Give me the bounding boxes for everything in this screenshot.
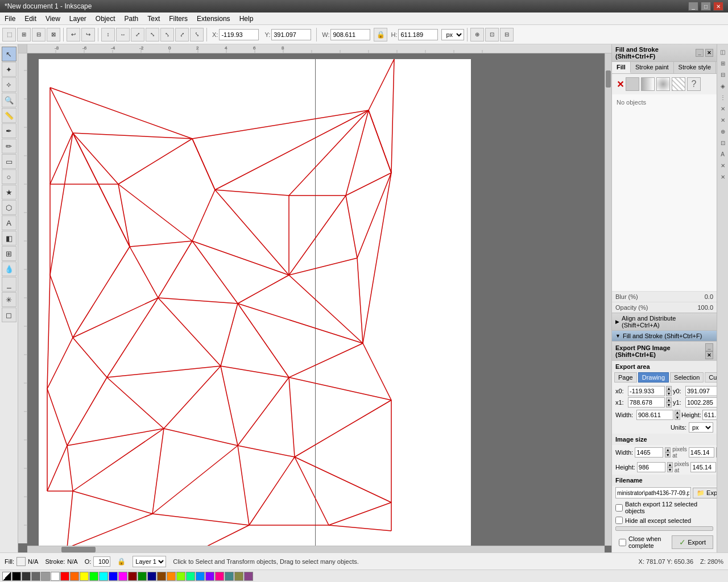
right-icon-7[interactable]: ✕ [718, 115, 728, 125]
connector-tool[interactable]: ⎯ [2, 277, 16, 292]
menu-extensions[interactable]: Extensions [192, 14, 235, 24]
x-input[interactable] [219, 29, 259, 40]
tab-stroke-style[interactable]: Stroke style [674, 62, 716, 73]
right-icon-5[interactable]: ⋮ [718, 92, 728, 102]
toolbar-btn-7[interactable]: ↕ [101, 28, 115, 41]
mesh-tool[interactable]: ⊞ [2, 246, 16, 261]
w-input[interactable] [330, 29, 370, 40]
img-height-down-btn[interactable]: ▼ [667, 467, 673, 472]
canvas-area[interactable]: -8 -6 -4 -2 0 2 4 6 8 [18, 44, 611, 552]
menu-file[interactable]: File [0, 14, 20, 24]
y1-input[interactable] [685, 397, 717, 408]
zoom-tool[interactable]: 🔍 [2, 93, 16, 107]
palette-red[interactable] [60, 572, 69, 581]
palette-olive[interactable] [234, 572, 243, 581]
ellipse-tool[interactable]: ○ [2, 169, 16, 184]
width-down-btn[interactable]: ▼ [675, 415, 680, 420]
right-icon-9[interactable]: ⊡ [718, 138, 728, 148]
width-input[interactable] [636, 410, 673, 420]
scrollbar-bottom[interactable] [27, 546, 605, 552]
hide-except-checkbox[interactable] [615, 517, 623, 524]
panel-collapse-btn[interactable]: _ [696, 49, 704, 57]
palette-violet[interactable] [205, 572, 214, 581]
palette-cyan[interactable] [99, 572, 108, 581]
x0-up-btn[interactable]: ▲ [666, 386, 672, 391]
menu-layer[interactable]: Layer [65, 14, 91, 24]
img-width-down-btn[interactable]: ▼ [665, 452, 671, 458]
menu-view[interactable]: View [41, 14, 65, 24]
fill-stroke-collapsed-header[interactable]: ▼ Fill and Stroke (Shift+Ctrl+F) [612, 331, 717, 341]
palette-black[interactable] [12, 572, 21, 581]
right-icon-1[interactable]: ◫ [718, 47, 728, 57]
palette-darkred[interactable] [128, 572, 137, 581]
eraser-tool[interactable]: ◻ [2, 307, 16, 322]
rect-tool[interactable]: ▭ [2, 154, 16, 169]
y-input[interactable] [271, 29, 311, 40]
toolbar-btn-10[interactable]: ⤡ [146, 28, 159, 41]
img-width-up-btn[interactable]: ▲ [665, 447, 671, 452]
palette-gold[interactable] [167, 572, 176, 581]
tab-fill[interactable]: Fill [612, 62, 631, 73]
palette-magenta[interactable] [118, 572, 127, 581]
dpi-width-input[interactable] [689, 447, 714, 458]
img-height-up-btn[interactable]: ▲ [667, 462, 673, 467]
units-select[interactable]: px mm cm [689, 422, 713, 433]
menu-filters[interactable]: Filters [164, 14, 192, 24]
toolbar-btn-2[interactable]: ⊞ [17, 28, 31, 41]
fill-radial-btn[interactable] [656, 77, 670, 91]
right-icon-2[interactable]: ⊞ [718, 58, 728, 68]
palette-white[interactable] [51, 572, 60, 581]
palette-blue[interactable] [109, 572, 118, 581]
toolbar-btn-1[interactable]: ⬚ [2, 28, 16, 41]
palette-orange[interactable] [70, 572, 79, 581]
scrollbar-right[interactable] [605, 53, 611, 546]
x1-input[interactable] [628, 397, 665, 408]
filename-input[interactable] [615, 487, 691, 498]
export-selection-btn[interactable]: Selection [670, 372, 704, 383]
right-icon-10[interactable]: A [718, 149, 728, 159]
pencil-tool[interactable]: ✏ [2, 139, 16, 153]
measure-tool[interactable]: 📏 [2, 108, 16, 123]
batch-export-checkbox[interactable] [615, 504, 623, 512]
h-input[interactable] [398, 29, 438, 40]
pen-tool[interactable]: ✒ [2, 123, 16, 138]
export-close-btn[interactable]: ✕ [705, 351, 713, 359]
x1-down-btn[interactable]: ▼ [666, 402, 672, 408]
scroll-thumb-right[interactable] [606, 70, 611, 88]
toolbar-btn-5[interactable]: ↩ [67, 28, 80, 41]
palette-skyblue[interactable] [196, 572, 205, 581]
dropper-tool[interactable]: 💧 [2, 261, 16, 276]
toolbar-btn-12[interactable]: ⤤ [175, 28, 189, 41]
dpi-height-input[interactable] [690, 462, 716, 472]
toolbar-btn-4[interactable]: ⊠ [47, 28, 60, 41]
right-icon-8[interactable]: ⊕ [718, 126, 728, 136]
toolbar-btn-9[interactable]: ⤢ [131, 28, 144, 41]
snap-btn1[interactable]: ⊡ [485, 28, 499, 41]
fill-none-btn[interactable]: ✕ [617, 79, 624, 90]
fill-flat-btn[interactable] [626, 77, 639, 91]
star-tool[interactable]: ★ [2, 185, 16, 199]
right-icon-12[interactable]: ✕ [718, 172, 728, 182]
layer-selector[interactable]: Layer 1 [133, 556, 166, 567]
toolbar-btn-3[interactable]: ⊟ [32, 28, 46, 41]
gradient-tool[interactable]: ◧ [2, 231, 16, 246]
menu-text[interactable]: Text [143, 14, 164, 24]
lock-aspect-btn[interactable]: 🔒 [374, 28, 387, 41]
palette-darkblue[interactable] [147, 572, 156, 581]
palette-darkgreen[interactable] [138, 572, 147, 581]
close-button[interactable]: ✕ [713, 2, 723, 11]
x1-up-btn[interactable]: ▲ [666, 397, 672, 402]
canvas-viewport[interactable] [27, 53, 605, 546]
toolbar-btn-11[interactable]: ⤣ [160, 28, 174, 41]
select-tool[interactable]: ↖ [2, 47, 16, 61]
menu-path[interactable]: Path [120, 14, 143, 24]
minimize-button[interactable]: _ [688, 2, 698, 11]
img-height-input[interactable] [637, 462, 665, 472]
palette-yellow[interactable] [80, 572, 89, 581]
align-distribute-header[interactable]: ▶ Align and Distribute (Shift+Ctrl+A) [612, 313, 717, 330]
panel-close-btn[interactable]: ✕ [705, 49, 713, 57]
unit-select[interactable]: px mm cm [441, 29, 464, 40]
drawing-canvas[interactable] [39, 59, 471, 546]
palette-brown[interactable] [157, 572, 166, 581]
toolbar-btn-6[interactable]: ↪ [81, 28, 95, 41]
